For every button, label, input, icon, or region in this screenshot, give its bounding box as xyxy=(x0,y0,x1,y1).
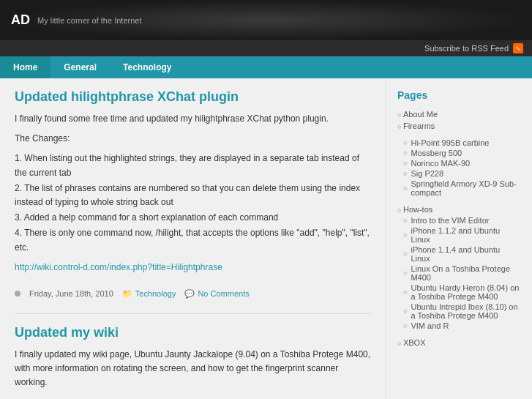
sidebar-firearms-2[interactable]: Mossberg 500 xyxy=(397,148,521,158)
folder-icon: 📁 xyxy=(122,289,132,299)
post-1-body: I finally found some free time and updat… xyxy=(15,112,371,275)
sidebar-about-me[interactable]: About Me xyxy=(397,108,521,120)
post-2-intro: I finally updated my wiki page, Ubuntu J… xyxy=(15,348,371,390)
sidebar: Pages About Me Firearms Hi-Point 995B ca… xyxy=(386,78,532,399)
post-divider xyxy=(15,313,371,314)
post-1-category-item: 📁 Technology xyxy=(122,289,176,299)
post-1-comments-item: 💬 No Comments xyxy=(184,289,249,299)
post-2-body: I finally updated my wiki page, Ubuntu J… xyxy=(15,348,371,390)
post-2-title: Updated my wiki xyxy=(15,325,371,340)
post-1-meta-dot xyxy=(15,291,20,297)
nav: Home General Technology xyxy=(0,56,532,78)
post-1-intro: I finally found some free time and updat… xyxy=(15,112,371,126)
comment-icon: 💬 xyxy=(184,289,195,299)
sidebar-howtos-2[interactable]: iPhone 1.1.2 and Ubuntu Linux xyxy=(397,225,521,245)
rss-bar: Subscribe to RSS Feed ∿ xyxy=(0,40,532,56)
post-1-change-3: 3. Added a help command for a short expl… xyxy=(15,211,371,225)
content-wrapper: Updated hilightphrase XChat plugin I fin… xyxy=(0,78,532,399)
nav-general[interactable]: General xyxy=(50,56,110,78)
sidebar-howtos-1[interactable]: Intro to the VIM Editor xyxy=(397,215,521,225)
post-1-title-link[interactable]: Updated hilightphrase XChat plugin xyxy=(15,89,239,104)
sidebar-howtos[interactable]: How-tos xyxy=(397,204,521,215)
post-1-changes-label: The Changes: xyxy=(15,132,371,146)
rss-icon: ∿ xyxy=(513,43,523,53)
nav-technology[interactable]: Technology xyxy=(110,56,184,78)
post-1-comments-link[interactable]: No Comments xyxy=(198,289,249,298)
sidebar-howtos-3[interactable]: iPhone 1.1.4 and Ubuntu Linux xyxy=(397,245,521,264)
sidebar-firearms-1[interactable]: Hi-Point 995B carbine xyxy=(397,138,521,148)
sidebar-top-links: About Me Firearms xyxy=(397,108,521,132)
header: AD My little corner of the Internet xyxy=(0,0,532,40)
post-1-category-link[interactable]: Technology xyxy=(135,289,176,298)
post-1-date: Friday, June 18th, 2010 xyxy=(29,289,113,298)
sidebar-firearms-5[interactable]: Springfield Armory XD-9 Sub-compact xyxy=(397,179,521,198)
site-tagline: My little corner of the Internet xyxy=(37,16,141,25)
post-1-link[interactable]: http://wiki.control-d.com/index.php?titl… xyxy=(15,261,371,275)
rss-link[interactable]: Subscribe to RSS Feed xyxy=(424,44,509,53)
sidebar-firearms[interactable]: Firearms xyxy=(397,120,521,132)
post-1: Updated hilightphrase XChat plugin I fin… xyxy=(15,89,371,299)
post-1-change-2: 2. The list of phrases contains are numb… xyxy=(15,182,371,209)
main-content: Updated hilightphrase XChat plugin I fin… xyxy=(0,78,386,399)
sidebar-firearms-section: Hi-Point 995B carbine Mossberg 500 Norin… xyxy=(397,138,521,198)
sidebar-firearms-4[interactable]: Sig P228 xyxy=(397,168,521,179)
sidebar-title: Pages xyxy=(397,89,521,101)
sidebar-xbox[interactable]: XBOX xyxy=(397,337,521,348)
sidebar-xbox-section: XBOX xyxy=(397,337,521,348)
sidebar-howtos-7[interactable]: VIM and R xyxy=(397,321,521,331)
post-1-changes-list: 1. When listing out the highlighted stri… xyxy=(15,152,371,254)
post-2-title-link[interactable]: Updated my wiki xyxy=(15,325,119,340)
post-2: Updated my wiki I finally updated my wik… xyxy=(15,325,371,399)
post-1-change-1: 1. When listing out the highlighted stri… xyxy=(15,152,371,179)
post-1-title: Updated hilightphrase XChat plugin xyxy=(15,89,371,105)
sidebar-howtos-6[interactable]: Ubuntu Intrepid Ibex (8.10) on a Toshiba… xyxy=(397,302,521,321)
sidebar-howtos-4[interactable]: Linux On a Toshiba Protege M400 xyxy=(397,264,521,283)
sidebar-howtos-section: How-tos Intro to the VIM Editor iPhone 1… xyxy=(397,204,521,331)
site-logo: AD xyxy=(11,12,30,28)
nav-home[interactable]: Home xyxy=(0,56,50,78)
post-1-meta: Friday, June 18th, 2010 📁 Technology 💬 N… xyxy=(15,283,371,299)
sidebar-howtos-5[interactable]: Ubuntu Hardy Heron (8.04) on a Toshiba P… xyxy=(397,283,521,302)
sidebar-firearms-3[interactable]: Norinco MAK-90 xyxy=(397,158,521,168)
post-1-change-4: 4. There is only one command now, /hilig… xyxy=(15,226,371,254)
